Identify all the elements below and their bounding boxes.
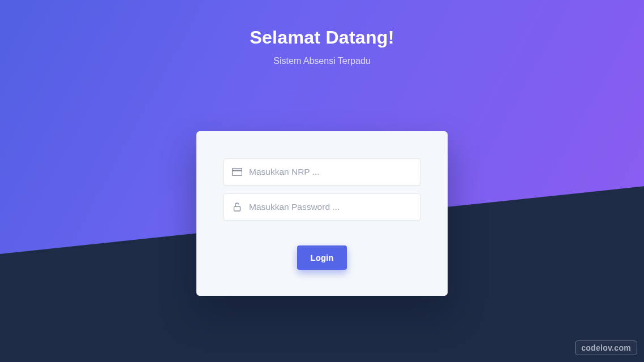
login-button[interactable]: Login (297, 245, 347, 270)
svg-rect-0 (233, 169, 242, 176)
form-actions: Login (224, 245, 420, 270)
page-subtitle: Sistem Absensi Terpadu (0, 56, 644, 66)
svg-rect-1 (232, 170, 242, 171)
nrp-input[interactable] (249, 167, 413, 177)
svg-rect-2 (234, 206, 241, 211)
page-root: Selamat Datang! Sistem Absensi Terpadu (0, 0, 644, 362)
password-field[interactable] (224, 193, 420, 221)
lock-open-icon (231, 202, 243, 212)
page-title: Selamat Datang! (0, 27, 644, 48)
hero: Selamat Datang! Sistem Absensi Terpadu (0, 27, 644, 66)
nrp-field[interactable] (224, 158, 420, 186)
watermark-badge: codelov.com (575, 341, 637, 355)
card-icon (231, 168, 243, 176)
login-card: Login (196, 131, 448, 296)
password-input[interactable] (249, 202, 413, 212)
